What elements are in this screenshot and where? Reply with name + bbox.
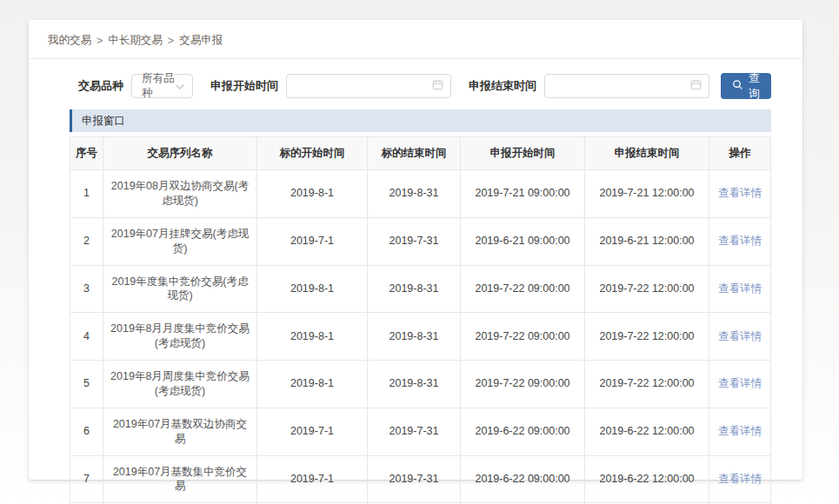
target-end-cell: 2019-8-31 bbox=[368, 313, 461, 361]
declare-end-cell: 2019-6-22 12:00:00 bbox=[585, 455, 709, 503]
search-icon bbox=[732, 79, 743, 93]
declare-end-field bbox=[544, 74, 709, 98]
declare-start-cell: 2019-6-22 09:00:00 bbox=[461, 408, 585, 455]
target-end-cell: 2019-7-31 bbox=[368, 408, 461, 455]
col-header-declare-end: 申报结束时间 bbox=[585, 137, 709, 170]
target-end-cell: 2019-8-31 bbox=[368, 170, 461, 218]
declare-start-cell: 2019-6-21 09:00:00 bbox=[461, 217, 585, 265]
declare-end-cell: 2019-7-22 12:00:00 bbox=[585, 265, 709, 313]
view-details-link[interactable]: 查看详情 bbox=[718, 282, 762, 295]
declare-start-cell: 2019-7-22 09:00:00 bbox=[461, 313, 585, 361]
col-header-target-start: 标的开始时间 bbox=[257, 137, 368, 170]
col-header-action: 操作 bbox=[709, 137, 771, 170]
declare-end-cell: 2019-6-21 12:00:00 bbox=[585, 217, 709, 265]
declare-end-cell: 2019-7-21 12:00:00 bbox=[585, 170, 709, 218]
seq-cell: 1 bbox=[70, 170, 103, 218]
breadcrumb-item-my-trades[interactable]: 我的交易 bbox=[48, 33, 91, 48]
col-header-series-name: 交易序列名称 bbox=[103, 137, 257, 170]
section-header: 申报窗口 bbox=[70, 109, 771, 132]
declare-start-cell: 2019-7-21 09:00:00 bbox=[461, 170, 585, 218]
series-name-cell: 2019年8月月度集中竞价交易(考虑现货) bbox=[103, 313, 257, 361]
declare-start-cell: 2019-7-22 09:00:00 bbox=[461, 265, 585, 313]
declare-start-cell: 2019-6-22 09:00:00 bbox=[461, 455, 585, 503]
breadcrumb: 我的交易 > 中长期交易 > 交易申报 bbox=[29, 20, 802, 59]
target-end-cell: 2019-8-31 bbox=[368, 265, 461, 313]
main-content: 交易品种 所有品种 申报开始时间 申报结束时间 bbox=[29, 59, 802, 504]
product-type-select[interactable]: 所有品种 bbox=[131, 74, 193, 98]
view-details-link[interactable]: 查看详情 bbox=[718, 330, 762, 342]
section-title: 申报窗口 bbox=[82, 115, 125, 127]
series-name-cell: 2019年08月双边协商交易(考虑现货) bbox=[103, 170, 257, 218]
col-header-target-end: 标的结束时间 bbox=[368, 137, 461, 170]
breadcrumb-item-trade-declare: 交易申报 bbox=[179, 33, 223, 48]
view-details-link[interactable]: 查看详情 bbox=[718, 377, 762, 389]
declare-end-label: 申报结束时间 bbox=[469, 78, 536, 94]
seq-cell: 5 bbox=[70, 361, 103, 408]
table-header-row: 序号 交易序列名称 标的开始时间 标的结束时间 申报开始时间 申报结束时间 操作 bbox=[70, 137, 771, 170]
calendar-icon[interactable] bbox=[432, 78, 443, 94]
table-row: 5 2019年8月周度集中竞价交易(考虑现货) 2019-8-1 2019-8-… bbox=[70, 361, 771, 408]
table-row: 2 2019年07月挂牌交易(考虑现货) 2019-7-1 2019-7-31 … bbox=[70, 217, 771, 265]
seq-cell: 7 bbox=[70, 455, 103, 503]
view-details-link[interactable]: 查看详情 bbox=[718, 425, 762, 437]
target-start-cell: 2019-7-1 bbox=[257, 408, 368, 455]
search-button[interactable]: 查询 bbox=[721, 73, 771, 99]
table-row: 7 2019年07月基数集中竞价交易 2019-7-1 2019-7-31 20… bbox=[70, 455, 771, 503]
target-start-cell: 2019-8-1 bbox=[257, 361, 368, 408]
declare-start-input[interactable] bbox=[289, 75, 432, 97]
target-end-cell: 2019-8-31 bbox=[368, 361, 461, 408]
target-end-cell: 2019-7-31 bbox=[368, 455, 461, 503]
breadcrumb-separator: > bbox=[97, 35, 103, 47]
product-type-label: 交易品种 bbox=[78, 78, 123, 94]
declare-end-input[interactable] bbox=[547, 75, 690, 97]
breadcrumb-separator: > bbox=[168, 35, 174, 47]
target-start-cell: 2019-8-1 bbox=[257, 265, 368, 313]
series-name-cell: 2019年07月挂牌交易(考虑现货) bbox=[103, 217, 257, 265]
product-type-selected-value: 所有品种 bbox=[142, 71, 177, 101]
col-header-seq: 序号 bbox=[70, 137, 103, 170]
declare-start-cell: 2019-7-22 09:00:00 bbox=[461, 361, 585, 408]
declare-start-label: 申报开始时间 bbox=[210, 78, 278, 94]
target-start-cell: 2019-8-1 bbox=[257, 170, 368, 218]
seq-cell: 6 bbox=[70, 408, 103, 455]
target-start-cell: 2019-8-1 bbox=[257, 313, 368, 361]
series-name-cell: 2019年度集中竞价交易(考虑现货) bbox=[103, 265, 257, 313]
seq-cell: 3 bbox=[70, 265, 103, 313]
search-button-label: 查询 bbox=[749, 70, 760, 102]
series-name-cell: 2019年8月周度集中竞价交易(考虑现货) bbox=[103, 361, 257, 408]
table-row: 3 2019年度集中竞价交易(考虑现货) 2019-8-1 2019-8-31 … bbox=[70, 265, 771, 313]
breadcrumb-item-mid-long-term[interactable]: 中长期交易 bbox=[108, 33, 163, 48]
table-row: 1 2019年08月双边协商交易(考虑现货) 2019-8-1 2019-8-3… bbox=[70, 170, 771, 218]
declare-end-cell: 2019-7-22 12:00:00 bbox=[585, 313, 709, 361]
series-name-cell: 2019年07月基数双边协商交易 bbox=[103, 408, 257, 455]
col-header-declare-start: 申报开始时间 bbox=[461, 137, 585, 170]
table-row: 6 2019年07月基数双边协商交易 2019-7-1 2019-7-31 20… bbox=[70, 408, 771, 455]
view-details-link[interactable]: 查看详情 bbox=[718, 473, 762, 485]
series-name-cell: 2019年07月基数集中竞价交易 bbox=[103, 455, 257, 503]
target-end-cell: 2019-7-31 bbox=[368, 217, 461, 265]
declare-start-field bbox=[286, 74, 451, 98]
seq-cell: 2 bbox=[70, 217, 103, 265]
declare-end-cell: 2019-7-22 12:00:00 bbox=[585, 361, 709, 408]
declaration-table: 序号 交易序列名称 标的开始时间 标的结束时间 申报开始时间 申报结束时间 操作… bbox=[70, 136, 771, 504]
declare-end-cell: 2019-6-22 12:00:00 bbox=[585, 408, 709, 455]
view-details-link[interactable]: 查看详情 bbox=[718, 235, 762, 247]
table-row: 4 2019年8月月度集中竞价交易(考虑现货) 2019-8-1 2019-8-… bbox=[70, 313, 771, 361]
target-start-cell: 2019-7-1 bbox=[257, 217, 368, 265]
content-card: 我的交易 > 中长期交易 > 交易申报 交易品种 所有品种 申报开始时间 bbox=[29, 20, 802, 480]
seq-cell: 4 bbox=[70, 313, 103, 361]
calendar-icon[interactable] bbox=[690, 78, 702, 94]
view-details-link[interactable]: 查看详情 bbox=[718, 187, 762, 199]
target-start-cell: 2019-7-1 bbox=[257, 455, 368, 503]
filter-bar: 交易品种 所有品种 申报开始时间 申报结束时间 bbox=[78, 73, 771, 99]
